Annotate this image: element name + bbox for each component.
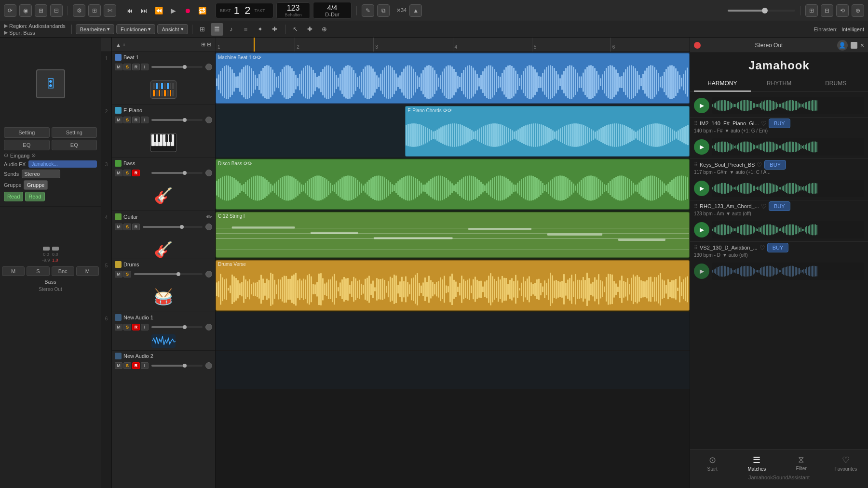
jh-play-4[interactable]: ▶ [694, 222, 709, 237]
gruppe-button[interactable]: Gruppe [24, 180, 48, 190]
toolbar-btn-2[interactable]: ◉ [19, 4, 32, 17]
track-beat1-mute[interactable]: M [115, 64, 122, 70]
jh-heart-2[interactable]: ♡ [757, 161, 762, 169]
toolbar-btn-smart[interactable]: ✄ [104, 4, 116, 17]
add-track-button[interactable]: + [122, 42, 125, 48]
track-guitar-mute[interactable]: M [115, 224, 122, 230]
track-guitar-read[interactable]: R [132, 224, 140, 230]
track-beat1-volume[interactable] [151, 66, 203, 68]
stereo-select[interactable]: Stereo [22, 170, 60, 178]
region-expander[interactable]: ▶ Region: Audiostandards [4, 23, 66, 29]
matches-bottom-tab[interactable]: ☰ Matches [734, 453, 779, 474]
jh-buy-3[interactable]: BUY [769, 201, 790, 211]
instrument-display[interactable]: 🎛 [36, 69, 65, 98]
fader-right[interactable] [52, 250, 58, 251]
harmony-tab[interactable]: HARMONY [694, 76, 751, 92]
track-audio2-pan[interactable] [205, 362, 212, 369]
jh-play-1[interactable]: ▶ [694, 98, 709, 113]
list-view-button[interactable]: ☰ [211, 23, 223, 36]
track-epiano-pan[interactable] [205, 117, 212, 123]
track-guitar-pencil[interactable]: ✏ [206, 213, 212, 221]
jamahook-user-icon[interactable]: 👤 [837, 40, 848, 51]
favourites-bottom-tab[interactable]: ♡ Favourites [824, 453, 868, 474]
smart-view-button[interactable]: ✦ [254, 23, 267, 36]
cycle-button[interactable]: 🔁 [195, 4, 209, 17]
functions-menu-button[interactable]: Funktionen ▾ [116, 24, 155, 34]
track-expander[interactable]: ▶ Spur: Bass [4, 29, 66, 36]
setting-button[interactable]: Setting [4, 127, 50, 138]
track-guitar-pan[interactable] [205, 224, 212, 230]
toolbar-btn-6[interactable]: ⧉ [377, 4, 390, 17]
start-bottom-tab[interactable]: ⊙ Start [690, 453, 734, 474]
jh-heart-3[interactable]: ♡ [761, 203, 767, 210]
clip-guitar[interactable]: C 12 String I [216, 212, 690, 258]
timeline-ruler[interactable]: 1 2 3 4 5 6 [216, 38, 690, 52]
track-audio1-waveform-icon[interactable] [112, 332, 215, 350]
read-button-2[interactable]: Read [25, 192, 44, 201]
jamahook-collapse-icon[interactable]: × [860, 41, 864, 49]
jamahook-resize-icon[interactable] [851, 42, 857, 49]
jh-play-5[interactable]: ▶ [694, 264, 709, 279]
expand-tracks-icon[interactable]: ▲ [116, 42, 121, 48]
toolbar-btn-11[interactable]: ⊕ [852, 4, 864, 17]
jh-heart-1[interactable]: ♡ [761, 120, 767, 127]
clip-drums[interactable]: Drums Verse [216, 260, 690, 311]
master-volume-thumb[interactable] [762, 8, 768, 13]
track-bass-pan[interactable] [205, 170, 212, 176]
track-epiano-mute[interactable]: M [115, 117, 122, 123]
clip-epiano[interactable]: E-Piano Chords ⟳⟳ [405, 106, 690, 157]
toolbar-btn-5[interactable]: ✎ [362, 4, 374, 17]
jh-play-2[interactable]: ▶ [694, 139, 709, 155]
track-audio1-record[interactable]: R [132, 324, 140, 330]
track-bass-volume[interactable] [151, 172, 203, 174]
filter-bottom-tab[interactable]: ⧖ Filter [779, 453, 824, 474]
eq-button[interactable]: EQ [4, 140, 50, 150]
track-epiano-input[interactable]: I [141, 117, 149, 123]
rewind-button[interactable]: ⏮ [123, 4, 136, 17]
toolbar-btn-10[interactable]: ⟲ [836, 4, 849, 17]
toolbar-btn-1[interactable]: ⟳ [4, 4, 16, 17]
track-bass-solo[interactable]: S [123, 170, 131, 176]
track-audio2-record[interactable]: R [132, 362, 140, 369]
eq-button-2[interactable]: EQ [52, 140, 97, 150]
toolbar-btn-4[interactable]: ⊟ [50, 4, 63, 17]
tracks-scroll[interactable]: Machine Beat 1 ⟳⟳ // Generated inline vi… [216, 52, 690, 488]
toolbar-btn-cpu[interactable]: ⚙ [73, 4, 85, 17]
record-button[interactable]: ⏺ [181, 4, 194, 17]
track-drums-pan[interactable] [205, 271, 212, 277]
track-epiano-read[interactable]: R [132, 117, 140, 123]
toolbar-btn-9[interactable]: ⊟ [821, 4, 833, 17]
toolbar-btn-8[interactable]: ⊞ [805, 4, 818, 17]
track-audio2-volume[interactable] [151, 365, 203, 367]
m2-button[interactable]: M [76, 266, 99, 276]
fader-left[interactable] [42, 250, 49, 251]
track-guitar-volume[interactable] [143, 226, 203, 228]
rhythm-tab[interactable]: RHYTHM [751, 76, 808, 92]
jh-heart-4[interactable]: ♡ [760, 244, 765, 251]
clip-beat1[interactable]: Machine Beat 1 ⟳⟳ // Generated inline vi… [216, 53, 690, 104]
master-volume-track[interactable] [728, 10, 795, 12]
play-button[interactable]: ▶ [166, 4, 180, 17]
track-pin-icon[interactable]: ⊟ [207, 41, 211, 48]
track-beat1-pan[interactable] [205, 64, 212, 70]
track-audio1-solo[interactable]: S [123, 324, 131, 330]
back-button[interactable]: ⏪ [152, 4, 165, 17]
track-audio2-solo[interactable]: S [123, 362, 131, 369]
toolbar-btn-3[interactable]: ⊞ [35, 4, 47, 17]
jamahook-btn[interactable]: Jamahook... [28, 160, 97, 168]
track-beat1-input[interactable]: I [141, 64, 149, 70]
master-volume-control[interactable] [728, 10, 795, 12]
view-menu-button[interactable]: Ansicht ▾ [157, 24, 188, 34]
drums-tab[interactable]: DRUMS [807, 76, 864, 92]
track-audio2-input[interactable]: I [141, 362, 149, 369]
track-drums-mute[interactable]: M [115, 271, 122, 277]
track-epiano-volume[interactable] [151, 119, 203, 121]
track-drums-solo[interactable]: S [123, 271, 131, 277]
edit-menu-button[interactable]: Bearbeiten ▾ [76, 24, 114, 34]
track-audio1-pan[interactable] [205, 324, 212, 330]
track-beat1-read[interactable]: R [132, 64, 140, 70]
solo-button[interactable]: S [27, 266, 49, 276]
track-bass-record[interactable]: R [132, 170, 140, 176]
track-guitar-solo[interactable]: S [123, 224, 131, 230]
pointer-tool[interactable]: ↖ [289, 23, 302, 36]
